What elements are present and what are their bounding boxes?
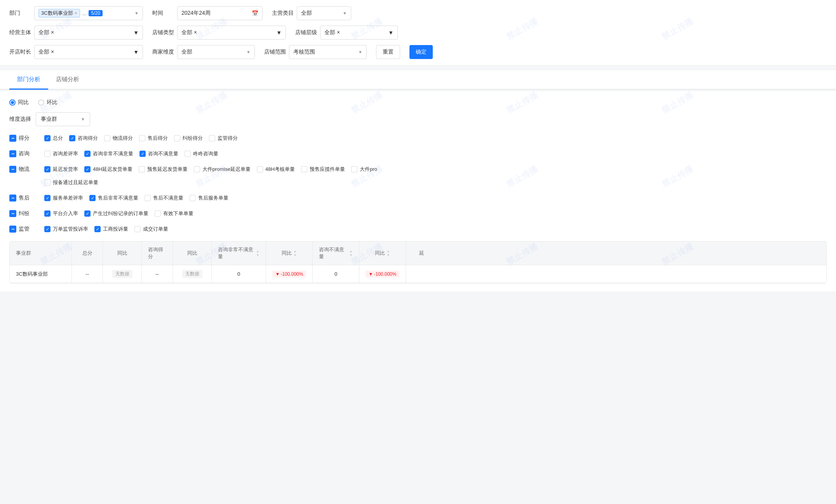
metric-registered-delay[interactable]: 报备通过且延迟单量: [44, 179, 98, 186]
checkbox-presale-pickup[interactable]: [301, 166, 307, 172]
metric-logistics-score[interactable]: 物流得分: [104, 135, 133, 142]
checkbox-big-pro[interactable]: [351, 166, 357, 172]
score-cat-label: 得分: [19, 135, 30, 142]
metric-transaction-order[interactable]: 成交订单量: [134, 226, 168, 233]
label-consult-bad-qty: 咨询不满意量: [148, 150, 178, 157]
metric-10k-complaint[interactable]: 万单监管投诉率: [44, 226, 88, 233]
dept-filter: 部门 3C数码事业部 × ... 5/20 ▼: [9, 6, 143, 20]
metric-platform-rate[interactable]: 平台介入率: [44, 210, 78, 217]
checkbox-valid-order[interactable]: [155, 210, 161, 217]
metric-aftersale-bad[interactable]: 售后不满意量: [145, 195, 183, 202]
checkbox-consult-very-bad[interactable]: [84, 151, 91, 157]
mom-radio[interactable]: 环比: [38, 99, 57, 106]
checkbox-transaction-order[interactable]: [134, 226, 141, 232]
metric-total-score[interactable]: 总分: [44, 135, 63, 142]
checkbox-48h-exam[interactable]: [257, 166, 263, 172]
yoy-radio[interactable]: 同比: [9, 99, 29, 106]
checkbox-aftersale-very-bad[interactable]: [89, 195, 96, 201]
biz-subject-close[interactable]: ×: [51, 29, 54, 35]
tab-dept-analysis[interactable]: 部门分析: [9, 70, 48, 90]
th-consult-bad[interactable]: 咨询非常不满意量 ▲ ▼: [212, 242, 266, 265]
metric-48h-exam[interactable]: 48H考核单量: [257, 166, 295, 173]
open-time-select[interactable]: 全部 × ▼: [34, 45, 143, 59]
checkbox-consult-score[interactable]: [69, 135, 75, 141]
th-consult-dis[interactable]: 咨询不满意量 ▲ ▼: [313, 242, 359, 265]
metric-consult-bad-rate[interactable]: 咨询差评率: [44, 150, 78, 157]
dept-tag-close[interactable]: ×: [75, 10, 77, 16]
collapse-aftersale-button[interactable]: −: [9, 195, 16, 202]
sort-consult-bad[interactable]: ▲ ▼: [256, 250, 260, 257]
shop-type-close[interactable]: ×: [194, 29, 197, 35]
checkbox-dispute-order[interactable]: [84, 210, 91, 217]
dept-select[interactable]: 3C数码事业部 × ... 5/20 ▼: [34, 6, 143, 20]
metric-aftersale-score[interactable]: 售后得分: [139, 135, 168, 142]
shop-level-close[interactable]: ×: [337, 29, 340, 35]
sort-consult-bad-yoy[interactable]: ▲ ▼: [293, 250, 297, 257]
checkbox-logistics-score[interactable]: [104, 135, 110, 141]
metric-consult-score[interactable]: 咨询得分: [69, 135, 98, 142]
shop-level-select[interactable]: 全部 × ▼: [320, 26, 398, 40]
checkbox-dongdong-qty[interactable]: [185, 151, 191, 157]
checkbox-consult-bad-rate[interactable]: [44, 151, 51, 157]
metric-consult-bad-qty[interactable]: 咨询不满意量: [139, 150, 178, 157]
collapse-consult-button[interactable]: −: [9, 150, 16, 157]
th-consult-dis-yoy[interactable]: 同比 ▲ ▼: [359, 242, 406, 265]
checkbox-dispute-score[interactable]: [174, 135, 180, 141]
dimension-select[interactable]: 事业群 ▼: [36, 112, 90, 126]
label-dispute-score: 纠纷得分: [183, 135, 203, 142]
collapse-dispute-button[interactable]: −: [9, 210, 16, 217]
checkbox-delay-rate[interactable]: [44, 166, 51, 172]
metric-industrial-complaint[interactable]: 工商投诉量: [94, 226, 128, 233]
collapse-logistics-button[interactable]: −: [9, 166, 16, 173]
metric-presale-pickup[interactable]: 预售应揽件单量: [301, 166, 345, 173]
metric-supervision-score[interactable]: 监管得分: [209, 135, 238, 142]
time-filter: 时间 2024年24周 📅: [152, 6, 263, 20]
checkbox-service-bad-rate[interactable]: [44, 195, 51, 201]
open-time-close[interactable]: ×: [51, 49, 54, 55]
metric-service-bad-rate[interactable]: 服务单差评率: [44, 195, 83, 202]
metric-presale-delay[interactable]: 预售延迟发货单量: [139, 166, 188, 173]
time-select[interactable]: 2024年24周 📅: [177, 6, 263, 20]
table-header: 事业群 总分 同比 咨询得分 同比 咨询非常不满意量 ▲ ▼: [10, 242, 826, 265]
metric-48h-delay[interactable]: 48H延迟发货单量: [84, 166, 132, 173]
shop-type-select[interactable]: 全部 × ▼: [177, 26, 286, 40]
metric-delay-rate[interactable]: 延迟发货率: [44, 166, 78, 173]
checkbox-presale-delay[interactable]: [139, 166, 145, 172]
main-cat-select[interactable]: 全部 ▼: [297, 6, 351, 20]
checkbox-big-promise[interactable]: [194, 166, 200, 172]
metric-dongdong-qty[interactable]: 咚咚咨询量: [185, 150, 218, 157]
compare-row: 同比 环比: [9, 99, 827, 106]
metric-service-order-qty[interactable]: 售后服务单量: [190, 195, 228, 202]
checkbox-10k-complaint[interactable]: [44, 226, 51, 232]
sort-consult-dis[interactable]: ▲ ▼: [349, 250, 353, 257]
checkbox-service-order-qty[interactable]: [190, 195, 196, 201]
checkbox-aftersale-bad[interactable]: [145, 195, 151, 201]
checkbox-aftersale-score[interactable]: [139, 135, 145, 141]
collapse-supervision-button[interactable]: −: [9, 226, 16, 233]
collapse-score-button[interactable]: −: [9, 135, 16, 142]
metric-dispute-score[interactable]: 纠纷得分: [174, 135, 203, 142]
biz-subject-select[interactable]: 全部 × ▼: [34, 26, 143, 40]
th-yoy-1: 同比: [103, 242, 142, 265]
merchant-dim-select[interactable]: 全部 ▼: [177, 45, 255, 59]
checkbox-platform-rate[interactable]: [44, 210, 51, 217]
checkbox-consult-bad-qty[interactable]: [139, 151, 146, 157]
checkbox-total-score[interactable]: [44, 135, 51, 141]
checkbox-industrial-complaint[interactable]: [94, 226, 101, 232]
metric-big-pro[interactable]: 大件pro: [351, 166, 377, 173]
confirm-button[interactable]: 确定: [409, 45, 433, 59]
checkbox-supervision-score[interactable]: [209, 135, 215, 141]
label-supervision-score: 监管得分: [218, 135, 238, 142]
th-consult-bad-yoy[interactable]: 同比 ▲ ▼: [266, 242, 313, 265]
metric-big-promise[interactable]: 大件promise延迟单量: [194, 166, 251, 173]
metric-consult-very-bad[interactable]: 咨询非常不满意量: [84, 150, 133, 157]
metric-dispute-order[interactable]: 产生过纠纷记录的订单量: [84, 210, 148, 217]
metric-aftersale-very-bad[interactable]: 售后非常不满意量: [89, 195, 138, 202]
checkbox-registered-delay[interactable]: [44, 179, 51, 186]
reset-button[interactable]: 重置: [376, 45, 400, 59]
metric-valid-order[interactable]: 有效下单单量: [155, 210, 193, 217]
shop-range-select[interactable]: 考核范围 ▼: [289, 45, 367, 59]
sort-consult-dis-yoy[interactable]: ▲ ▼: [387, 250, 390, 257]
tab-shop-analysis[interactable]: 店铺分析: [48, 70, 87, 90]
checkbox-48h-delay[interactable]: [84, 166, 91, 172]
